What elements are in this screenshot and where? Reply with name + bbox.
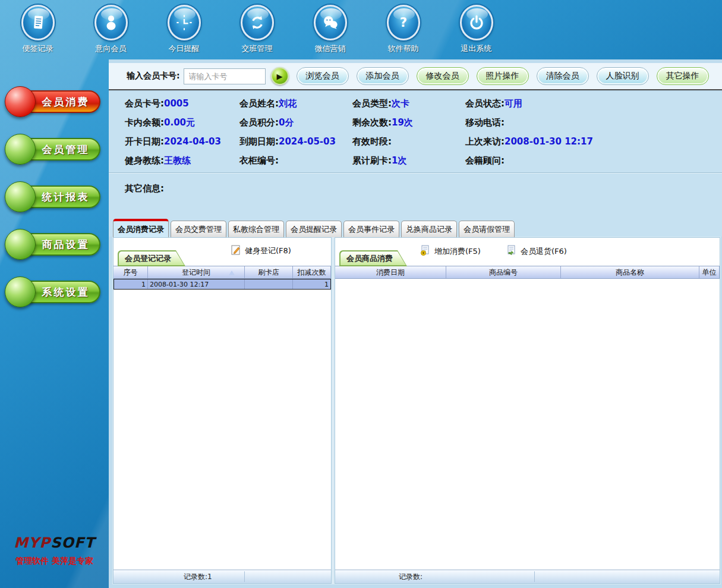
toolbar-item-software-help[interactable]: ?软件帮助: [367, 0, 440, 59]
status-divider: [534, 571, 535, 582]
gym-checkin-button[interactable]: 健身登记(F8): [231, 245, 291, 257]
info-field-2: 会员类型:次卡: [352, 98, 465, 109]
note-icon: [21, 5, 55, 40]
clear-member-button[interactable]: 清除会员: [537, 67, 589, 85]
photo-ops-button[interactable]: 照片操作: [477, 67, 529, 85]
sphere-icon: [5, 134, 36, 165]
column-header-1[interactable]: 商品编号: [446, 266, 561, 278]
add-consume-icon: [420, 245, 431, 257]
brand-logo-secondary: SOFT: [51, 534, 94, 551]
sidebar-item-statistics-reports[interactable]: 统计报表: [5, 181, 103, 212]
info-field-1: 会员姓名:刘花: [239, 98, 352, 109]
toolbar-item-prospective-members[interactable]: 意向会员: [74, 0, 147, 59]
toolbar-item-notes[interactable]: 便签记录: [1, 0, 74, 59]
sidebar-item-system-settings[interactable]: 系统设置: [5, 276, 103, 307]
info-field-3: 会员状态:可用: [465, 98, 720, 109]
tab-0[interactable]: 会员消费记录: [113, 219, 169, 237]
info-value: 王教练: [164, 155, 191, 166]
tab-6[interactable]: 会员请假管理: [459, 221, 515, 237]
sidebar-buttons: 会员消费会员管理统计报表商品设置系统设置: [0, 59, 109, 307]
toolbar-item-shift-management[interactable]: 交班管理: [220, 0, 294, 59]
info-value: 可用: [505, 98, 522, 109]
column-header-3[interactable]: 单位: [699, 266, 720, 278]
info-field-0: 会员卡号:0005: [125, 98, 239, 109]
info-field-6: 剩余次数:19次: [352, 117, 465, 128]
edit-member-button[interactable]: 修改会员: [417, 67, 469, 85]
column-header-3[interactable]: 扣减次数: [293, 266, 331, 278]
search-go-button[interactable]: ▶: [271, 67, 289, 85]
info-label: 会员类型:: [352, 98, 392, 109]
status-divider: [244, 571, 245, 582]
toolbar-item-label: 今日提醒: [169, 43, 200, 54]
info-value: 1次: [392, 155, 406, 166]
consume-status-bar: 记录数:: [335, 570, 720, 583]
info-value: 19次: [392, 117, 413, 128]
add-consume-button[interactable]: 增加消费(F5): [420, 245, 481, 257]
tab-3[interactable]: 会员提醒记录: [286, 221, 342, 237]
member-action-buttons: 浏览会员添加会员修改会员照片操作清除会员人脸识别其它操作: [289, 67, 709, 85]
info-label: 移动电话:: [465, 117, 505, 128]
card-number-input[interactable]: [184, 68, 266, 84]
column-header-2[interactable]: 刷卡店: [245, 266, 293, 278]
sidebar-item-product-settings[interactable]: 商品设置: [5, 229, 103, 260]
checkin-panel-tab[interactable]: 会员登记记录: [118, 250, 185, 266]
toolbar-item-label: 意向会员: [96, 43, 127, 54]
info-value: 0005: [164, 98, 189, 109]
other-info-label: 其它信息:: [125, 183, 164, 194]
column-header-0[interactable]: 序号: [113, 266, 148, 278]
info-label: 会员状态:: [465, 98, 505, 109]
checkin-status-bar: 记录数:1: [113, 570, 331, 583]
sidebar-item-member-consume[interactable]: 会员消费: [5, 86, 103, 117]
main-area: 输入会员卡号: ▶ 浏览会员添加会员修改会员照片操作清除会员人脸识别其它操作 会…: [109, 59, 722, 588]
column-header-1[interactable]: 登记时间: [148, 266, 245, 278]
info-field-13: 衣柜编号:: [239, 155, 352, 166]
toolbar-item-label: 微信营销: [315, 43, 346, 54]
toolbar-item-today-reminders[interactable]: 今日提醒: [147, 0, 220, 59]
table-cell: 1: [293, 279, 330, 289]
checkin-record-count: 记录数:1: [184, 572, 212, 582]
member-info-grid: 会员卡号:0005会员姓名:刘花会员类型:次卡会员状态:可用卡内余额:0.00元…: [125, 94, 720, 170]
other-ops-button[interactable]: 其它操作: [657, 67, 709, 85]
info-label: 剩余次数:: [352, 117, 392, 128]
sidebar-item-member-manage[interactable]: 会员管理: [5, 134, 103, 165]
member-info-area: 会员卡号:0005会员姓名:刘花会员类型:次卡会员状态:可用卡内余额:0.00元…: [109, 92, 722, 237]
info-value: 0分: [279, 117, 294, 128]
record-panels: 会员登记记录 健身登记(F8) 序号登记时间刷卡店扣减次数 12008-01-3…: [112, 237, 721, 584]
info-label: 开卡日期:: [125, 136, 164, 147]
info-label: 会籍顾问:: [465, 155, 505, 166]
info-label: 健身教练:: [125, 155, 164, 166]
consume-panel-tab[interactable]: 会员商品消费: [339, 250, 407, 266]
toolbar-item-label: 软件帮助: [388, 43, 419, 54]
table-row[interactable]: 12008-01-30 12:171: [113, 279, 331, 290]
info-label: 累计刷卡:: [352, 155, 392, 166]
brand-logo-primary: MYP: [14, 534, 51, 551]
browse-member-button[interactable]: 浏览会员: [297, 67, 349, 85]
consume-panel-header: 会员商品消费 增加消费(F5) 会员退货(F6): [335, 238, 720, 266]
checkin-table-body: 12008-01-30 12:171: [113, 279, 331, 570]
card-number-label: 输入会员卡号:: [127, 71, 180, 81]
consume-record-count: 记录数:: [399, 572, 423, 582]
clock-icon: [168, 5, 201, 40]
play-icon: ▶: [277, 72, 283, 81]
table-cell: 1: [114, 279, 148, 289]
column-header-0[interactable]: 消费日期: [335, 266, 446, 278]
info-value: 刘花: [279, 98, 297, 109]
toolbar-item-wechat-marketing[interactable]: 微信营销: [294, 0, 367, 59]
info-field-9: 到期日期:2024-05-03: [239, 136, 352, 147]
face-recognition-button[interactable]: 人脸识别: [597, 67, 649, 85]
add-member-button[interactable]: 添加会员: [357, 67, 409, 85]
info-value: 2008-01-30 12:17: [505, 136, 593, 147]
members-icon: [94, 5, 128, 40]
sphere-icon: [5, 181, 36, 212]
top-toolbar: 便签记录意向会员今日提醒交班管理微信营销?软件帮助退出系统: [0, 0, 722, 59]
tab-5[interactable]: 兑换商品记录: [401, 221, 457, 237]
tab-1[interactable]: 会员交费管理: [171, 221, 226, 237]
toolbar-item-exit-system[interactable]: 退出系统: [440, 0, 513, 59]
column-header-2[interactable]: 商品名称: [561, 266, 699, 278]
return-goods-button[interactable]: 会员退货(F6): [506, 245, 567, 257]
tab-4[interactable]: 会员事件记录: [343, 221, 399, 237]
sidebar: 会员消费会员管理统计报表商品设置系统设置 MYPSOFT 管理软件 美萍是专家: [0, 59, 109, 588]
info-field-8: 开卡日期:2024-04-03: [125, 136, 239, 147]
tab-2[interactable]: 私教综合管理: [228, 221, 284, 237]
info-label: 会员卡号:: [125, 98, 164, 109]
